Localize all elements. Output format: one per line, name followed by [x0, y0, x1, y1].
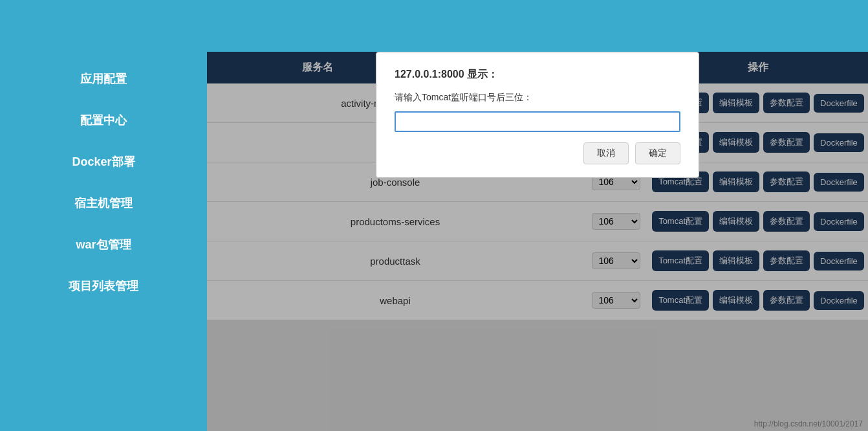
dialog: 127.0.0.1:8000 显示： 请输入Tomcat监听端口号后三位： 取消… [376, 52, 699, 178]
dialog-overlay: 127.0.0.1:8000 显示： 请输入Tomcat监听端口号后三位： 取消… [207, 52, 868, 431]
content-area: 服务名 操作 activity-magpie/festival/... 106 [207, 52, 868, 431]
dialog-input[interactable] [395, 111, 680, 132]
sidebar-item-war-manage[interactable]: war包管理 [0, 224, 207, 265]
sidebar-item-config-center[interactable]: 配置中心 [0, 100, 207, 141]
top-bar [0, 0, 868, 52]
sidebar: 应用配置 配置中心 Docker部署 宿主机管理 war包管理 项目列表管理 [0, 52, 207, 431]
main-layout: 应用配置 配置中心 Docker部署 宿主机管理 war包管理 项目列表管理 服… [0, 52, 868, 431]
sidebar-item-app-config[interactable]: 应用配置 [0, 58, 207, 100]
confirm-button[interactable]: 确定 [635, 142, 680, 164]
dialog-buttons: 取消 确定 [395, 142, 680, 164]
sidebar-item-project-list[interactable]: 项目列表管理 [0, 265, 207, 307]
dialog-title: 127.0.0.1:8000 显示： [395, 68, 680, 82]
sidebar-item-host-manage[interactable]: 宿主机管理 [0, 182, 207, 224]
cancel-button[interactable]: 取消 [583, 142, 629, 164]
sidebar-item-docker-deploy[interactable]: Docker部署 [0, 141, 207, 182]
dialog-prompt: 请输入Tomcat监听端口号后三位： [395, 92, 680, 104]
